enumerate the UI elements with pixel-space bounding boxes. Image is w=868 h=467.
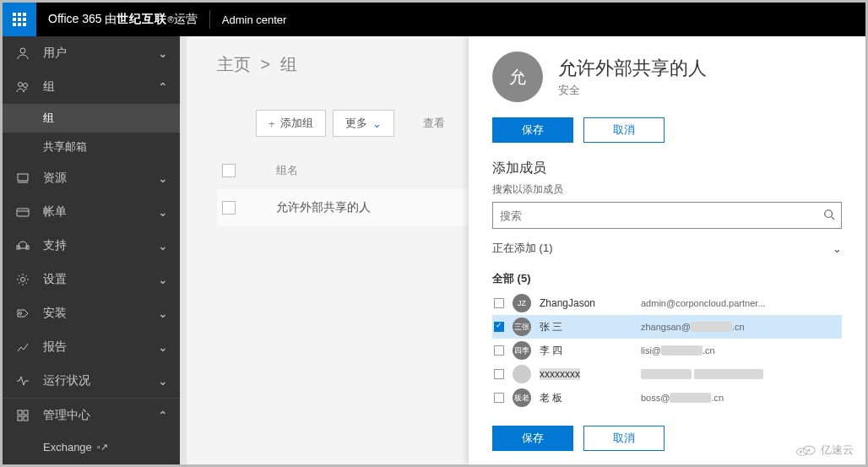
nav-setup[interactable]: 安装 ⌄ <box>3 296 180 330</box>
watermark-text: © 2019 ZJUNSEN https://blog.51cto.com/rd… <box>590 7 852 21</box>
member-row[interactable]: JZZhangJasonadmin@corponcloud.partner... <box>492 291 842 315</box>
col-name-header[interactable]: 组名 <box>276 163 298 178</box>
chevron-down-icon: ⌄ <box>158 340 168 354</box>
chevron-down-icon: ⌄ <box>158 273 168 286</box>
member-row[interactable]: 三张张 三zhangsan@xxxxxx.cn <box>492 315 842 339</box>
row-checkbox[interactable] <box>222 201 236 214</box>
member-name: 老 板 <box>540 391 632 405</box>
nav-groups-label: 组 <box>43 79 55 95</box>
nav-shared-mailboxes[interactable]: 共享邮箱 <box>3 133 180 161</box>
nav-settings[interactable]: 设置 ⌄ <box>3 263 180 296</box>
member-name: 张 三 <box>540 320 632 334</box>
chevron-down-icon: ⌄ <box>158 171 168 185</box>
chevron-up-icon: ⌃ <box>158 80 168 94</box>
breadcrumb-current: 组 <box>280 55 297 73</box>
add-group-button[interactable]: + 添加组 <box>256 110 326 137</box>
nav-resources-label: 资源 <box>43 171 67 186</box>
svg-rect-7 <box>18 23 21 26</box>
save-button-bottom[interactable]: 保存 <box>492 426 573 451</box>
search-hint: 搜索以添加成员 <box>492 182 842 197</box>
nav-billing-label: 帐单 <box>43 204 67 220</box>
svg-rect-21 <box>24 416 28 421</box>
user-icon <box>14 46 31 60</box>
nav-health-label: 运行状况 <box>43 373 90 388</box>
resources-icon <box>14 171 31 185</box>
nav-billing[interactable]: 帐单 ⌄ <box>3 195 180 229</box>
admin-center-label: Admin center <box>210 3 299 36</box>
member-checkbox[interactable] <box>494 345 504 356</box>
member-avatar <box>513 365 531 383</box>
nav-reports[interactable]: 报告 ⌄ <box>3 330 180 364</box>
search-icon[interactable] <box>823 209 835 224</box>
brand-reg-icon: ® <box>167 15 173 24</box>
chevron-down-icon: ⌄ <box>158 205 168 219</box>
footer-brand-text: 亿速云 <box>821 443 854 458</box>
member-name: ZhangJason <box>540 297 632 309</box>
svg-point-26 <box>808 449 810 451</box>
member-avatar: 三张 <box>513 318 531 336</box>
brand-bold: 世纪互联 <box>117 12 167 27</box>
search-input[interactable] <box>492 202 842 229</box>
svg-rect-3 <box>13 18 16 21</box>
nav-resources[interactable]: 资源 ⌄ <box>3 161 180 195</box>
nav-groups-sub[interactable]: 组 <box>3 104 180 133</box>
member-email: zhangsan@xxxxxx.cn <box>641 322 840 332</box>
member-row[interactable]: 板老老 板boss@xxxxxx.cn <box>492 386 842 410</box>
chevron-down-icon: ⌄ <box>158 239 168 253</box>
group-avatar: 允 <box>492 52 543 102</box>
svg-rect-19 <box>24 410 28 415</box>
more-label: 更多 <box>345 116 367 131</box>
table-row[interactable]: 允许外部共享的人 <box>217 189 469 226</box>
chevron-down-icon: ⌄ <box>372 117 382 130</box>
cancel-button[interactable]: 取消 <box>583 117 665 143</box>
row-name: 允许外部共享的人 <box>276 200 371 215</box>
billing-icon <box>14 205 31 219</box>
member-row[interactable]: xxxxxxxxxxxxxxxx xxxxxxxxxxxx <box>492 362 842 386</box>
member-checkbox[interactable] <box>494 298 504 308</box>
adding-expander[interactable]: 正在添加 (1) ⌄ <box>492 241 842 256</box>
app-launcher-button[interactable] <box>3 3 36 36</box>
member-checkbox[interactable] <box>494 393 504 403</box>
more-button[interactable]: 更多 ⌄ <box>333 110 394 137</box>
member-checkbox[interactable] <box>494 322 504 332</box>
support-icon <box>14 239 31 253</box>
nav-health[interactable]: 运行状况 ⌄ <box>3 364 180 398</box>
svg-point-10 <box>19 83 23 87</box>
svg-rect-12 <box>18 174 28 181</box>
reports-icon <box>14 340 31 354</box>
nav-exchange[interactable]: Exchange ▫↗ <box>3 432 180 461</box>
cancel-button-bottom[interactable]: 取消 <box>583 426 665 451</box>
cloud-icon <box>794 443 817 458</box>
nav-reports-label: 报告 <box>43 339 67 355</box>
left-nav: 用户 ⌄ 组 ⌃ 组 共享邮箱 资源 ⌄ 帐单 ⌄ 支持 ⌄ 设置 ⌄ <box>3 36 180 464</box>
scrollbar[interactable] <box>180 36 187 464</box>
nav-admin-centers-label: 管理中心 <box>43 408 90 423</box>
nav-groups[interactable]: 组 ⌃ <box>3 70 180 104</box>
svg-rect-20 <box>18 416 22 421</box>
gear-icon <box>14 273 31 286</box>
svg-point-11 <box>24 84 28 88</box>
member-checkbox[interactable] <box>494 369 504 379</box>
nav-users[interactable]: 用户 ⌄ <box>3 36 180 70</box>
svg-rect-18 <box>18 410 22 415</box>
nav-admin-centers[interactable]: 管理中心 ⌃ <box>3 399 180 432</box>
chevron-up-icon: ⌃ <box>158 409 168 422</box>
member-email: admin@corponcloud.partner... <box>641 298 840 308</box>
member-row[interactable]: 四李李 四lisi@xxxxxx.cn <box>492 339 842 362</box>
svg-rect-1 <box>18 13 21 16</box>
svg-point-22 <box>825 210 833 218</box>
brand-suffix: 运营 <box>174 12 198 27</box>
nav-setup-label: 安装 <box>43 306 67 321</box>
member-email: xxxxxxxx xxxxxxxxxxxx <box>641 369 840 379</box>
add-group-label: 添加组 <box>280 116 313 131</box>
breadcrumb-home[interactable]: 主页 <box>217 55 251 73</box>
nav-support[interactable]: 支持 ⌄ <box>3 229 180 263</box>
save-button[interactable]: 保存 <box>492 117 573 143</box>
member-name: xxxxxxxx <box>540 368 632 380</box>
footer-brand: 亿速云 <box>794 443 854 458</box>
all-heading: 全部 (5) <box>492 271 842 286</box>
nav-exchange-label: Exchange <box>43 441 92 453</box>
breadcrumb-sep: > <box>261 55 271 73</box>
health-icon <box>14 374 31 388</box>
select-all-checkbox[interactable] <box>222 164 236 177</box>
